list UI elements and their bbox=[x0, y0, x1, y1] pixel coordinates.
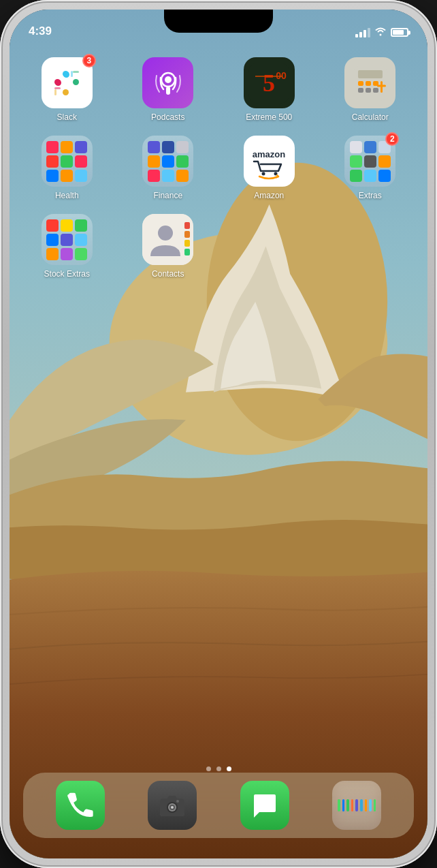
slack-label: Slack bbox=[57, 112, 77, 122]
podcasts-icon bbox=[142, 57, 193, 108]
svg-rect-13 bbox=[54, 89, 56, 95]
stock-extras-folder-wrap bbox=[42, 214, 93, 265]
health-folder-label: Health bbox=[55, 191, 79, 200]
extreme500-app[interactable]: 5 00 Extreme 500 bbox=[225, 57, 313, 122]
svg-text:amazon: amazon bbox=[253, 149, 285, 159]
amazon-label: Amazon bbox=[254, 191, 284, 200]
health-folder-wrap bbox=[42, 136, 93, 187]
svg-point-33 bbox=[262, 172, 265, 175]
extras-badge: 2 bbox=[385, 132, 399, 146]
app-row-3: Stock Extras bbox=[23, 207, 414, 285]
stock-extras-folder-app[interactable]: Stock Extras bbox=[23, 214, 111, 279]
health-folder-icon bbox=[42, 136, 93, 187]
svg-rect-6 bbox=[54, 79, 61, 85]
contacts-icon-wrap bbox=[142, 214, 193, 265]
phone-dock-app[interactable] bbox=[56, 781, 105, 830]
camera-dock-icon bbox=[148, 781, 197, 830]
calculator-icon-wrap bbox=[344, 57, 395, 108]
home-content: 3 Slack bbox=[10, 44, 427, 858]
svg-point-47 bbox=[176, 800, 179, 803]
podcasts-app[interactable]: Podcasts bbox=[125, 57, 212, 122]
svg-rect-26 bbox=[358, 88, 363, 93]
status-icons bbox=[355, 27, 408, 38]
finance-folder-icon bbox=[142, 136, 193, 187]
extras-folder-app[interactable]: 2 Extras bbox=[327, 136, 415, 200]
svg-rect-39 bbox=[184, 249, 190, 255]
amazon-icon-wrap: amazon bbox=[244, 136, 295, 187]
slack-icon-wrap: 3 bbox=[42, 57, 93, 108]
svg-rect-30 bbox=[377, 84, 386, 87]
empty-slot-1 bbox=[225, 214, 313, 279]
svg-rect-22 bbox=[358, 70, 383, 78]
svg-rect-24 bbox=[366, 81, 371, 86]
extreme500-icon-wrap: 5 00 bbox=[244, 57, 295, 108]
finance-folder-label: Finance bbox=[153, 191, 182, 200]
svg-rect-27 bbox=[366, 88, 371, 93]
signal-icon bbox=[355, 28, 370, 37]
slack-badge: 3 bbox=[82, 54, 96, 67]
page-dot-3-active bbox=[227, 766, 231, 771]
svg-rect-9 bbox=[71, 71, 73, 77]
svg-rect-8 bbox=[63, 71, 69, 77]
svg-point-40 bbox=[158, 226, 173, 241]
calculator-app[interactable]: Calculator bbox=[327, 57, 415, 122]
podcasts-icon-wrap bbox=[142, 57, 193, 108]
svg-point-15 bbox=[165, 76, 172, 83]
svg-point-46 bbox=[171, 806, 174, 809]
empty-slot-2 bbox=[327, 214, 415, 279]
extras-folder-label: Extras bbox=[359, 191, 382, 200]
health-folder-app[interactable]: Health bbox=[23, 136, 111, 200]
svg-text:00: 00 bbox=[276, 70, 287, 81]
messages-dock-app[interactable] bbox=[240, 781, 289, 830]
stock-extras-folder-icon bbox=[42, 214, 93, 265]
calculator-label: Calculator bbox=[352, 112, 389, 122]
page-dot-1 bbox=[206, 766, 211, 771]
svg-rect-16 bbox=[166, 87, 170, 95]
svg-rect-37 bbox=[184, 231, 190, 238]
notch bbox=[164, 10, 273, 33]
app-row-2: Health bbox=[23, 129, 414, 207]
amazon-icon: amazon bbox=[244, 136, 295, 187]
calculator-icon bbox=[344, 57, 395, 108]
svg-rect-28 bbox=[373, 88, 378, 93]
extreme500-icon: 5 00 bbox=[244, 57, 295, 108]
svg-rect-12 bbox=[63, 89, 69, 95]
contacts-label: Contacts bbox=[152, 269, 184, 279]
camera-dock-app[interactable] bbox=[148, 781, 197, 830]
svg-rect-7 bbox=[54, 87, 61, 89]
messages-dock-icon bbox=[240, 781, 289, 830]
svg-rect-38 bbox=[184, 240, 190, 247]
page-dots bbox=[10, 766, 427, 771]
finance-folder-wrap bbox=[142, 136, 193, 187]
extreme500-label: Extreme 500 bbox=[246, 112, 292, 122]
contacts-icon bbox=[142, 214, 193, 265]
dock-folder-app[interactable] bbox=[332, 781, 381, 830]
svg-text:5: 5 bbox=[263, 69, 275, 97]
finance-folder-app[interactable]: Finance bbox=[125, 136, 212, 200]
svg-rect-23 bbox=[358, 81, 363, 86]
stock-extras-label: Stock Extras bbox=[44, 269, 90, 279]
phone-dock-icon bbox=[56, 781, 105, 830]
wifi-icon bbox=[374, 27, 387, 38]
svg-rect-10 bbox=[73, 79, 79, 85]
phone-frame: 4:39 bbox=[0, 0, 437, 868]
screen: 4:39 bbox=[10, 10, 427, 858]
extras-folder-wrap: 2 bbox=[344, 136, 395, 187]
svg-rect-36 bbox=[184, 222, 190, 229]
podcasts-label: Podcasts bbox=[151, 112, 184, 122]
page-dot-2 bbox=[216, 766, 221, 771]
dock-folder-icon bbox=[332, 781, 381, 830]
svg-rect-11 bbox=[73, 71, 79, 73]
phone-inner: 4:39 bbox=[10, 10, 427, 858]
contacts-app[interactable]: Contacts bbox=[125, 214, 212, 279]
dock bbox=[23, 773, 414, 838]
battery-icon bbox=[391, 28, 408, 37]
slack-app[interactable]: 3 Slack bbox=[23, 57, 111, 122]
amazon-app[interactable]: amazon Ama bbox=[225, 136, 313, 200]
app-row-1: 3 Slack bbox=[23, 50, 414, 129]
